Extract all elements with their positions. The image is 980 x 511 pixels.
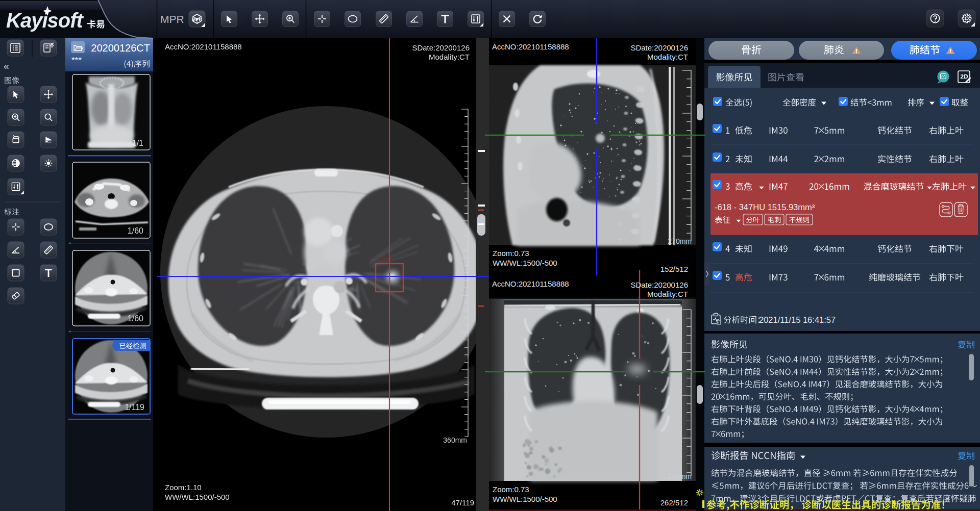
svg-text:IM47: IM47	[377, 255, 393, 263]
